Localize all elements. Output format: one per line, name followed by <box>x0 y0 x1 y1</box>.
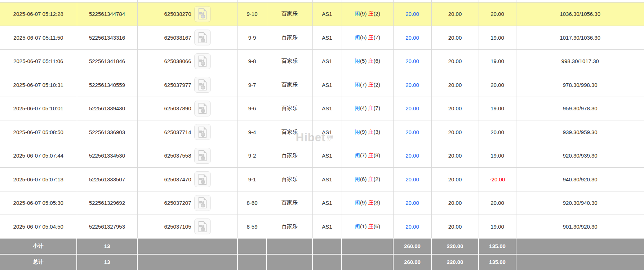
cell-round: 9-10 <box>237 2 267 26</box>
cell-win-loss: 20.00 <box>479 191 516 215</box>
cell-balance: 920.30/940.30 <box>516 191 644 215</box>
cell-bet-amount: 20.00 <box>393 49 431 73</box>
cell-result: 闲(5) 庄(7) <box>342 26 393 50</box>
bet-amount-link[interactable]: 20.00 <box>405 200 419 206</box>
bet-record-row[interactable]: 2025-06-07 05:10:31 522561340559 6250379… <box>0 73 644 97</box>
cell-bet-amount: 20.00 <box>393 168 431 191</box>
cell-result: 闲(6) 庄(2) <box>342 168 393 191</box>
cell-game-name: 百家乐 <box>267 2 312 26</box>
video-replay-button[interactable] <box>194 124 211 140</box>
cell-round: 9-1 <box>237 168 267 191</box>
banker-label: 庄 <box>368 176 374 182</box>
cell-win-loss: 20.00 <box>479 73 516 97</box>
cell-table-name: AS1 <box>312 168 342 191</box>
bet-amount-link[interactable]: 20.00 <box>405 82 419 88</box>
cell-bet-time: 2025-06-07 05:05:30 <box>0 191 77 215</box>
bet-record-row[interactable]: 2025-06-07 05:07:13 522561333507 6250374… <box>0 168 644 191</box>
bet-amount-link[interactable]: 20.00 <box>405 35 419 41</box>
banker-points: (6) <box>374 223 380 229</box>
cell-win-loss: 20.00 <box>479 120 516 144</box>
banker-points: (7) <box>374 105 380 111</box>
game-id-text: 625037714 <box>164 129 191 135</box>
bet-record-row[interactable]: 2025-06-07 05:10:01 522561339430 6250378… <box>0 97 644 120</box>
cell-bet-id: 522561339430 <box>77 97 137 120</box>
bet-amount-link[interactable]: 20.00 <box>405 105 419 111</box>
bet-record-row[interactable]: 2025-06-07 05:07:44 522561334530 6250375… <box>0 144 644 168</box>
video-replay-button[interactable] <box>194 6 211 22</box>
video-replay-button[interactable] <box>194 30 211 45</box>
video-replay-button[interactable] <box>194 101 211 116</box>
cell-table-name: AS1 <box>312 97 342 120</box>
player-label: 闲 <box>355 199 360 206</box>
cell-table-name: AS1 <box>312 144 342 168</box>
video-replay-button[interactable] <box>194 53 211 69</box>
records-table: 2025-06-07 05:12:28 522561344784 6250382… <box>0 0 644 270</box>
cell-win-loss: 19.00 <box>479 144 516 168</box>
bet-amount-link[interactable]: 20.00 <box>405 176 419 182</box>
cell-bet-id: 522561340559 <box>77 73 137 97</box>
player-points: (9) <box>360 10 367 17</box>
cell-bet-amount: 20.00 <box>393 2 431 26</box>
cell-game-id: 625037977 <box>137 73 237 97</box>
cell-valid-amount: 20.00 <box>431 2 479 26</box>
cell-valid-amount: 20.00 <box>431 191 479 215</box>
cell-bet-time: 2025-06-07 05:10:01 <box>0 97 77 120</box>
banker-points: (2) <box>374 10 380 17</box>
bet-record-row[interactable]: 2025-06-07 05:05:30 522561329692 6250372… <box>0 191 644 215</box>
banker-label: 庄 <box>368 223 374 229</box>
cell-bet-id: 522561344784 <box>77 2 137 26</box>
bet-amount-link[interactable]: 20.00 <box>405 129 419 135</box>
game-id-text: 625037558 <box>164 153 191 159</box>
cell-result: 闲(9) 庄(3) <box>342 120 393 144</box>
cell-result: 闲(9) 庄(2) <box>342 2 393 26</box>
summary-label: 小计 <box>0 238 77 254</box>
cell-bet-time: 2025-06-07 05:11:06 <box>0 49 77 73</box>
bet-amount-link[interactable]: 20.00 <box>405 153 419 159</box>
cell-bet-id: 522561341846 <box>77 49 137 73</box>
video-replay-button[interactable] <box>194 171 211 187</box>
cell-result: 闲(4) 庄(7) <box>342 97 393 120</box>
banker-label: 庄 <box>368 58 374 64</box>
video-file-icon <box>197 174 207 185</box>
cell-game-id: 625038066 <box>137 49 237 73</box>
bet-record-row[interactable]: 2025-06-07 05:04:50 522561327953 6250371… <box>0 215 644 239</box>
cell-balance: 939.30/959.30 <box>516 120 644 144</box>
player-label: 闲 <box>355 34 360 40</box>
banker-points: (6) <box>374 58 380 64</box>
cell-game-id: 625037890 <box>137 97 237 120</box>
cell-bet-time: 2025-06-07 05:11:50 <box>0 26 77 50</box>
cell-round: 8-60 <box>237 191 267 215</box>
bet-record-row[interactable]: 2025-06-07 05:11:50 522561343316 6250381… <box>0 26 644 50</box>
video-file-icon <box>197 79 207 91</box>
video-replay-button[interactable] <box>194 195 211 211</box>
game-id-text: 625037207 <box>164 200 191 206</box>
video-file-icon <box>197 103 207 114</box>
summary-winloss-total: 135.00 <box>479 238 516 254</box>
cell-bet-time: 2025-06-07 05:12:28 <box>0 2 77 26</box>
cell-result: 闲(9) 庄(3) <box>342 191 393 215</box>
video-replay-button[interactable] <box>194 77 211 93</box>
summary-valid-total: 220.00 <box>431 238 479 254</box>
banker-label: 庄 <box>368 199 374 206</box>
video-replay-button[interactable] <box>194 148 211 164</box>
player-label: 闲 <box>355 223 360 229</box>
player-points: (7) <box>360 81 367 88</box>
video-replay-button[interactable] <box>194 219 211 234</box>
bet-amount-link[interactable]: 20.00 <box>405 224 419 230</box>
player-label: 闲 <box>355 176 360 182</box>
bet-record-row[interactable]: 2025-06-07 05:08:50 522561336903 6250377… <box>0 120 644 144</box>
records-table-body: 2025-06-07 05:12:28 522561344784 6250382… <box>0 0 644 270</box>
cell-balance: 978.30/998.30 <box>516 73 644 97</box>
cell-table-name: AS1 <box>312 215 342 239</box>
bet-amount-link[interactable]: 20.00 <box>405 58 419 64</box>
player-label: 闲 <box>355 81 360 88</box>
bet-amount-link[interactable]: 20.00 <box>405 11 419 17</box>
cell-bet-id: 522561336903 <box>77 120 137 144</box>
bet-record-row[interactable]: 2025-06-07 05:12:28 522561344784 6250382… <box>0 2 644 26</box>
player-label: 闲 <box>355 58 360 64</box>
cell-round: 9-6 <box>237 97 267 120</box>
cell-game-name: 百家乐 <box>267 73 312 97</box>
cell-result: 闲(5) 庄(6) <box>342 49 393 73</box>
cell-round: 9-4 <box>237 120 267 144</box>
bet-record-row[interactable]: 2025-06-07 05:11:06 522561341846 6250380… <box>0 49 644 73</box>
